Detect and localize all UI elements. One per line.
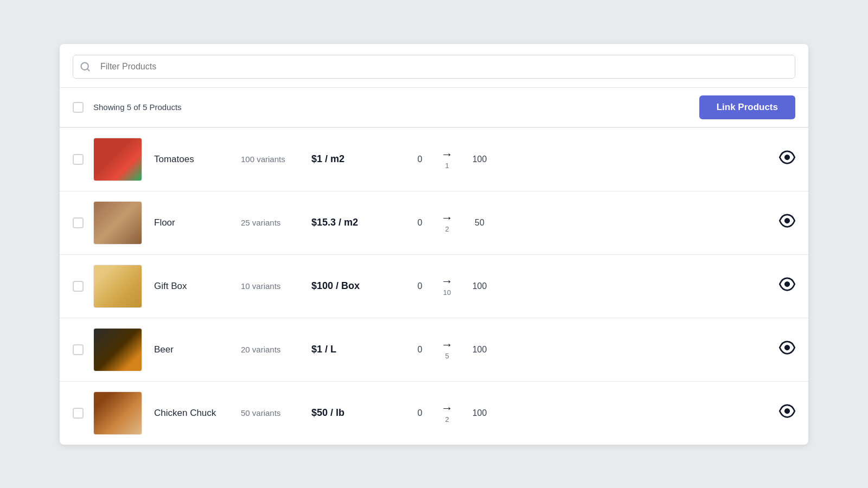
product-eye-col-0 — [779, 149, 795, 169]
product-stock-to-1: 50 — [463, 218, 496, 228]
product-stock-to-2: 100 — [463, 281, 496, 291]
eye-icon-0[interactable] — [779, 149, 795, 169]
product-stock-from-4: 0 — [409, 408, 431, 418]
product-arrow-sub-0: 1 — [445, 162, 449, 170]
product-stock-to-3: 100 — [463, 345, 496, 355]
product-row: Chicken Chuck 50 variants $50 / lb 0 → 2… — [60, 382, 808, 445]
row-checkbox-3[interactable] — [73, 344, 84, 355]
eye-icon-2[interactable] — [779, 276, 795, 296]
row-checkbox-0[interactable] — [73, 154, 84, 165]
product-price-2: $100 / Box — [311, 280, 409, 292]
product-stock-from-2: 0 — [409, 281, 431, 291]
product-stock-from-0: 0 — [409, 155, 431, 164]
product-image-1 — [93, 201, 142, 245]
row-checkbox-2[interactable] — [73, 281, 84, 292]
eye-icon-1[interactable] — [779, 213, 795, 233]
row-checkbox-4[interactable] — [73, 408, 84, 419]
product-image-0 — [93, 138, 142, 181]
svg-point-5 — [785, 345, 789, 350]
product-arrow-col-3: → 5 — [431, 339, 463, 360]
product-variants-3: 20 variants — [241, 345, 311, 354]
select-all-checkbox[interactable] — [73, 102, 84, 113]
product-arrow-col-1: → 2 — [431, 212, 463, 233]
product-row: Floor 25 variants $15.3 / m2 0 → 2 50 — [60, 191, 808, 255]
product-variants-0: 100 variants — [241, 155, 311, 164]
product-stock-to-0: 100 — [463, 155, 496, 164]
arrow-right-icon-1: → — [441, 212, 453, 224]
product-arrow-sub-1: 2 — [445, 225, 449, 233]
eye-icon-3[interactable] — [779, 339, 795, 359]
product-stock-from-3: 0 — [409, 345, 431, 355]
product-name-1: Floor — [154, 217, 241, 228]
product-image-3 — [93, 328, 142, 371]
product-stock-to-4: 100 — [463, 408, 496, 418]
link-products-button[interactable]: Link Products — [699, 95, 795, 119]
product-eye-col-4 — [779, 403, 795, 423]
header-row: Showing 5 of 5 Products Link Products — [60, 88, 808, 128]
product-arrow-col-4: → 2 — [431, 402, 463, 423]
product-price-1: $15.3 / m2 — [311, 217, 409, 228]
svg-point-3 — [785, 219, 789, 223]
product-row: Tomatoes 100 variants $1 / m2 0 → 1 100 — [60, 128, 808, 191]
product-price-4: $50 / lb — [311, 407, 409, 419]
arrow-right-icon-3: → — [441, 339, 453, 351]
product-price-3: $1 / L — [311, 344, 409, 355]
products-list: Tomatoes 100 variants $1 / m2 0 → 1 100 … — [60, 128, 808, 445]
product-price-0: $1 / m2 — [311, 153, 409, 165]
svg-point-6 — [785, 409, 789, 413]
row-checkbox-1[interactable] — [73, 217, 84, 228]
product-eye-col-3 — [779, 339, 795, 359]
product-name-2: Gift Box — [154, 281, 241, 292]
product-name-0: Tomatoes — [154, 154, 241, 165]
product-image-4 — [93, 391, 142, 435]
product-stock-from-1: 0 — [409, 218, 431, 228]
product-arrow-col-2: → 10 — [431, 275, 463, 297]
product-image-2 — [93, 265, 142, 308]
product-eye-col-2 — [779, 276, 795, 296]
svg-point-4 — [785, 282, 789, 286]
showing-count: Showing 5 of 5 Products — [93, 102, 699, 112]
product-arrow-col-0: → 1 — [431, 149, 463, 170]
product-name-3: Beer — [154, 344, 241, 355]
product-row: Gift Box 10 variants $100 / Box 0 → 10 1… — [60, 255, 808, 318]
svg-line-1 — [87, 68, 90, 70]
svg-point-2 — [785, 155, 789, 159]
product-variants-1: 25 variants — [241, 218, 311, 227]
arrow-right-icon-2: → — [441, 275, 453, 287]
product-arrow-sub-3: 5 — [445, 352, 449, 360]
arrow-right-icon-4: → — [441, 402, 453, 414]
search-icon — [80, 61, 91, 72]
product-row: Beer 20 variants $1 / L 0 → 5 100 — [60, 318, 808, 382]
product-arrow-sub-2: 10 — [443, 288, 451, 297]
eye-icon-4[interactable] — [779, 403, 795, 423]
product-arrow-sub-4: 2 — [445, 415, 449, 423]
arrow-right-icon-0: → — [441, 149, 453, 160]
search-input[interactable] — [96, 55, 788, 78]
product-list-container: Showing 5 of 5 Products Link Products To… — [60, 44, 808, 445]
search-wrapper — [73, 55, 795, 79]
product-name-4: Chicken Chuck — [154, 408, 241, 419]
product-eye-col-1 — [779, 213, 795, 233]
search-bar-section — [60, 44, 808, 88]
product-variants-2: 10 variants — [241, 281, 311, 291]
product-variants-4: 50 variants — [241, 408, 311, 418]
